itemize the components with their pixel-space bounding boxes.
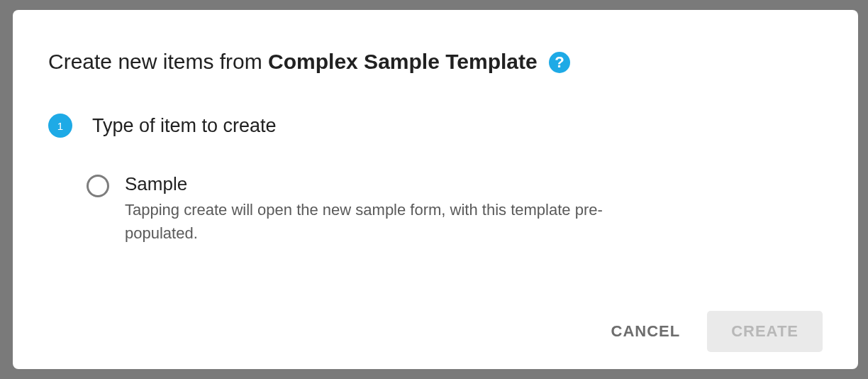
cancel-button[interactable]: CANCEL <box>604 312 688 351</box>
option-label: Sample <box>125 173 823 195</box>
create-button[interactable]: CREATE <box>707 311 823 352</box>
create-items-dialog: Create new items from Complex Sample Tem… <box>13 10 858 369</box>
dialog-title-template: Complex Sample Template <box>268 50 543 73</box>
dialog-title: Create new items from Complex Sample Tem… <box>48 50 823 74</box>
option-description: Tapping create will open the new sample … <box>125 198 635 245</box>
step-title: Type of item to create <box>92 115 277 137</box>
option-sample[interactable]: Sample Tapping create will open the new … <box>48 173 823 245</box>
dialog-title-prefix: Create new items from <box>48 50 268 73</box>
step-number-badge: 1 <box>48 114 72 138</box>
step-header: 1 Type of item to create <box>48 114 823 138</box>
dialog-actions: CANCEL CREATE <box>48 311 823 352</box>
radio-icon[interactable] <box>87 175 109 197</box>
option-text: Sample Tapping create will open the new … <box>125 173 823 245</box>
help-icon[interactable]: ? <box>549 52 570 73</box>
